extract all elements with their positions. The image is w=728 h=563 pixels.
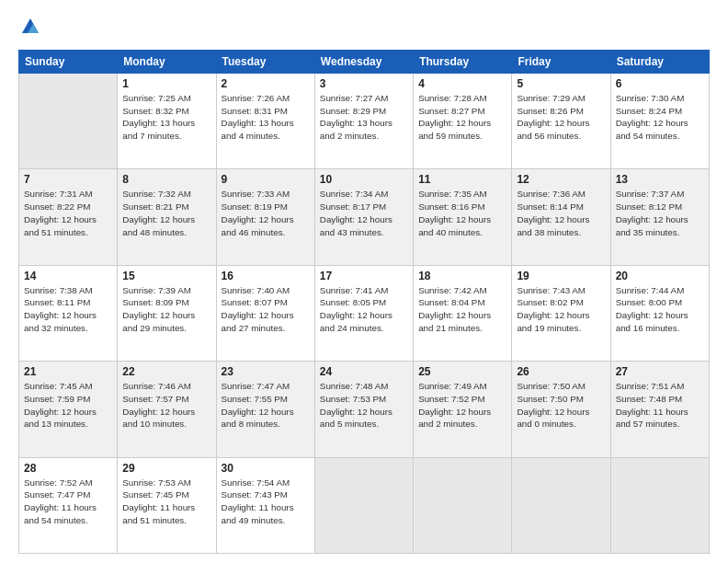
day-info: Sunrise: 7:44 AMSunset: 8:00 PMDaylight:… — [616, 284, 704, 335]
calendar-cell: 2Sunrise: 7:26 AMSunset: 8:31 PMDaylight… — [216, 74, 314, 169]
calendar-cell — [314, 457, 413, 553]
day-info: Sunrise: 7:37 AMSunset: 8:12 PMDaylight:… — [616, 188, 704, 238]
day-info: Sunrise: 7:39 AMSunset: 8:09 PMDaylight:… — [122, 284, 210, 335]
day-number: 25 — [418, 365, 506, 378]
weekday-thursday: Thursday — [414, 51, 512, 74]
calendar-cell: 13Sunrise: 7:37 AMSunset: 8:12 PMDayligh… — [610, 169, 709, 265]
day-info: Sunrise: 7:36 AMSunset: 8:14 PMDaylight:… — [517, 188, 605, 238]
day-info: Sunrise: 7:31 AMSunset: 8:22 PMDaylight:… — [24, 188, 112, 238]
calendar-cell: 9Sunrise: 7:33 AMSunset: 8:19 PMDaylight… — [216, 169, 314, 265]
day-number: 15 — [122, 270, 210, 282]
calendar-cell: 6Sunrise: 7:30 AMSunset: 8:24 PMDaylight… — [610, 74, 709, 169]
day-info: Sunrise: 7:30 AMSunset: 8:24 PMDaylight:… — [616, 92, 704, 143]
calendar-cell: 1Sunrise: 7:25 AMSunset: 8:32 PMDaylight… — [118, 74, 216, 169]
day-number: 11 — [418, 173, 506, 186]
day-number: 19 — [517, 270, 605, 282]
calendar-cell: 17Sunrise: 7:41 AMSunset: 8:05 PMDayligh… — [314, 265, 413, 361]
calendar-row: 1Sunrise: 7:25 AMSunset: 8:32 PMDaylight… — [19, 74, 710, 169]
day-info: Sunrise: 7:35 AMSunset: 8:16 PMDaylight:… — [418, 188, 506, 238]
calendar-cell: 18Sunrise: 7:42 AMSunset: 8:04 PMDayligh… — [414, 265, 512, 361]
calendar-cell: 19Sunrise: 7:43 AMSunset: 8:02 PMDayligh… — [512, 265, 610, 361]
calendar-cell: 16Sunrise: 7:40 AMSunset: 8:07 PMDayligh… — [216, 265, 314, 361]
calendar-cell: 14Sunrise: 7:38 AMSunset: 8:11 PMDayligh… — [19, 265, 118, 361]
day-info: Sunrise: 7:47 AMSunset: 7:55 PMDaylight:… — [222, 380, 310, 431]
calendar-cell: 8Sunrise: 7:32 AMSunset: 8:21 PMDaylight… — [118, 169, 216, 265]
day-number: 1 — [122, 77, 210, 90]
calendar-cell: 11Sunrise: 7:35 AMSunset: 8:16 PMDayligh… — [414, 169, 512, 265]
day-info: Sunrise: 7:43 AMSunset: 8:02 PMDaylight:… — [517, 284, 605, 335]
day-number: 14 — [24, 270, 112, 282]
weekday-friday: Friday — [512, 51, 610, 74]
calendar-cell: 26Sunrise: 7:50 AMSunset: 7:50 PMDayligh… — [512, 362, 610, 457]
day-number: 26 — [517, 365, 605, 378]
weekday-tuesday: Tuesday — [216, 51, 314, 74]
calendar-row: 21Sunrise: 7:45 AMSunset: 7:59 PMDayligh… — [19, 362, 710, 457]
day-info: Sunrise: 7:40 AMSunset: 8:07 PMDaylight:… — [222, 284, 310, 335]
day-number: 18 — [418, 270, 506, 282]
day-info: Sunrise: 7:25 AMSunset: 8:32 PMDaylight:… — [122, 92, 210, 143]
day-info: Sunrise: 7:32 AMSunset: 8:21 PMDaylight:… — [122, 188, 210, 238]
day-info: Sunrise: 7:27 AMSunset: 8:29 PMDaylight:… — [320, 92, 408, 143]
calendar-cell: 15Sunrise: 7:39 AMSunset: 8:09 PMDayligh… — [118, 265, 216, 361]
day-info: Sunrise: 7:45 AMSunset: 7:59 PMDaylight:… — [24, 380, 112, 431]
day-info: Sunrise: 7:26 AMSunset: 8:31 PMDaylight:… — [222, 92, 310, 143]
day-number: 30 — [222, 462, 310, 475]
day-info: Sunrise: 7:28 AMSunset: 8:27 PMDaylight:… — [418, 92, 506, 143]
day-number: 5 — [517, 77, 605, 90]
day-number: 4 — [418, 77, 506, 90]
logo-icon — [20, 17, 40, 37]
day-number: 29 — [122, 462, 210, 475]
day-info: Sunrise: 7:38 AMSunset: 8:11 PMDaylight:… — [24, 284, 112, 335]
calendar-row: 28Sunrise: 7:52 AMSunset: 7:47 PMDayligh… — [19, 457, 710, 553]
day-info: Sunrise: 7:29 AMSunset: 8:26 PMDaylight:… — [517, 92, 605, 143]
day-number: 27 — [616, 365, 704, 378]
day-number: 16 — [222, 270, 310, 282]
day-number: 10 — [320, 173, 408, 186]
day-number: 6 — [616, 77, 704, 90]
day-number: 21 — [24, 365, 112, 378]
weekday-sunday: Sunday — [19, 51, 118, 74]
calendar-cell — [414, 457, 512, 553]
calendar-page: SundayMondayTuesdayWednesdayThursdayFrid… — [0, 0, 728, 563]
day-number: 24 — [320, 365, 408, 378]
day-number: 23 — [222, 365, 310, 378]
calendar-cell: 12Sunrise: 7:36 AMSunset: 8:14 PMDayligh… — [512, 169, 610, 265]
day-number: 20 — [616, 270, 704, 282]
day-number: 7 — [24, 173, 112, 186]
weekday-monday: Monday — [118, 51, 216, 74]
day-info: Sunrise: 7:52 AMSunset: 7:47 PMDaylight:… — [24, 477, 112, 527]
day-info: Sunrise: 7:51 AMSunset: 7:48 PMDaylight:… — [616, 380, 704, 431]
header — [18, 17, 710, 40]
calendar-cell: 7Sunrise: 7:31 AMSunset: 8:22 PMDaylight… — [19, 169, 118, 265]
weekday-header-row: SundayMondayTuesdayWednesdayThursdayFrid… — [19, 51, 710, 74]
logo — [18, 17, 41, 40]
day-info: Sunrise: 7:42 AMSunset: 8:04 PMDaylight:… — [418, 284, 506, 335]
calendar-row: 7Sunrise: 7:31 AMSunset: 8:22 PMDaylight… — [19, 169, 710, 265]
calendar-cell: 3Sunrise: 7:27 AMSunset: 8:29 PMDaylight… — [314, 74, 413, 169]
day-info: Sunrise: 7:50 AMSunset: 7:50 PMDaylight:… — [517, 380, 605, 431]
day-info: Sunrise: 7:49 AMSunset: 7:52 PMDaylight:… — [418, 380, 506, 431]
day-number: 17 — [320, 270, 408, 282]
day-number: 22 — [122, 365, 210, 378]
day-number: 13 — [616, 173, 704, 186]
day-info: Sunrise: 7:46 AMSunset: 7:57 PMDaylight:… — [122, 380, 210, 431]
day-number: 8 — [122, 173, 210, 186]
calendar-cell: 25Sunrise: 7:49 AMSunset: 7:52 PMDayligh… — [414, 362, 512, 457]
calendar-cell: 24Sunrise: 7:48 AMSunset: 7:53 PMDayligh… — [314, 362, 413, 457]
day-number: 2 — [222, 77, 310, 90]
calendar-cell — [512, 457, 610, 553]
day-info: Sunrise: 7:33 AMSunset: 8:19 PMDaylight:… — [222, 188, 310, 238]
calendar-row: 14Sunrise: 7:38 AMSunset: 8:11 PMDayligh… — [19, 265, 710, 361]
calendar-cell: 5Sunrise: 7:29 AMSunset: 8:26 PMDaylight… — [512, 74, 610, 169]
calendar-cell: 28Sunrise: 7:52 AMSunset: 7:47 PMDayligh… — [19, 457, 118, 553]
calendar-cell: 20Sunrise: 7:44 AMSunset: 8:00 PMDayligh… — [610, 265, 709, 361]
weekday-wednesday: Wednesday — [314, 51, 413, 74]
weekday-saturday: Saturday — [610, 51, 709, 74]
calendar-table: SundayMondayTuesdayWednesdayThursdayFrid… — [18, 50, 710, 554]
day-info: Sunrise: 7:54 AMSunset: 7:43 PMDaylight:… — [222, 477, 310, 527]
day-number: 28 — [24, 462, 112, 475]
calendar-cell: 30Sunrise: 7:54 AMSunset: 7:43 PMDayligh… — [216, 457, 314, 553]
day-number: 3 — [320, 77, 408, 90]
calendar-cell: 21Sunrise: 7:45 AMSunset: 7:59 PMDayligh… — [19, 362, 118, 457]
day-info: Sunrise: 7:48 AMSunset: 7:53 PMDaylight:… — [320, 380, 408, 431]
